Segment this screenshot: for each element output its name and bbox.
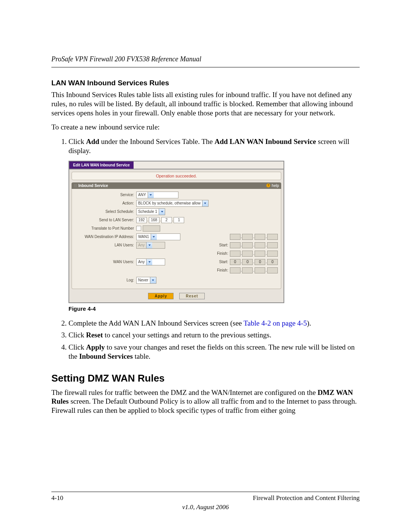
translate-port-input[interactable] [143, 225, 160, 232]
page-footer: 4-10 Firewall Protection and Content Fil… [51, 492, 360, 511]
grip-icon [74, 184, 77, 187]
form-panel: Service: ANY Action: BLOCK by schedule, … [72, 189, 281, 289]
label-schedule: Select Schedule: [75, 209, 136, 214]
figure-caption: Figure 4-4 [68, 305, 360, 312]
section-heading-lan-wan: LAN WAN Inbound Services Rules [51, 79, 360, 87]
chevron-down-icon [202, 200, 208, 206]
lan-start-ip-input: . . . [230, 242, 278, 248]
label-lan-users: LAN Users: [75, 243, 136, 247]
label-finish: Finish: [213, 251, 230, 256]
schedule-select[interactable]: Schedule 1 [136, 208, 165, 215]
dmz-paragraph: The firewall rules for traffic between t… [51, 388, 360, 415]
chevron-down-icon [146, 242, 152, 248]
label-action: Action: [75, 201, 136, 205]
apply-button[interactable]: Apply [148, 293, 174, 299]
lead-in-paragraph: To create a new inbound service rule: [51, 123, 360, 132]
label-service: Service: [75, 193, 136, 197]
wan-dest-ip-input[interactable]: . . . [230, 234, 278, 240]
label-log: Log: [75, 278, 136, 282]
chapter-title: Firewall Protection and Content Filterin… [253, 494, 360, 502]
log-select[interactable]: Never [136, 277, 156, 284]
step-3: Click Reset to cancel your settings and … [68, 331, 360, 340]
wan-users-select[interactable]: Any [136, 259, 165, 265]
chevron-down-icon [159, 209, 165, 215]
wan-finish-ip-input[interactable]: . . . [230, 267, 278, 273]
button-row: Apply Reset [69, 292, 284, 302]
lan-ip-input[interactable]: 192. 168. 2. 1 [136, 217, 184, 223]
label-start: Start: [213, 243, 230, 247]
help-icon: ? [266, 184, 270, 187]
intro-paragraph: This Inbound Services Rules table lists … [51, 90, 360, 117]
label-finish: Finish: [213, 268, 230, 272]
label-translate: Translate to Port Number [75, 226, 136, 230]
label-wan-dest: WAN Destination IP Address: [75, 235, 136, 239]
action-select[interactable]: BLOCK by schedule, otherwise allow [136, 200, 209, 207]
tab-strip: Edit LAN WAN Inbound Service [69, 161, 284, 169]
page-number: 4-10 [51, 494, 63, 502]
panel-header: Inbound Service ? help [72, 182, 281, 189]
step-1: Click Add under the Inbound Services Tab… [68, 137, 360, 155]
inbound-service-screenshot: Edit LAN WAN Inbound Service Operation s… [68, 161, 284, 303]
reset-button[interactable]: Reset [179, 293, 204, 299]
label-wan-users: WAN Users: [75, 260, 136, 264]
wan-dest-select[interactable]: WAN1 [136, 233, 180, 240]
chevron-down-icon [148, 192, 154, 198]
service-select[interactable]: ANY [136, 192, 178, 198]
label-send-lan: Send to LAN Server: [75, 218, 136, 222]
step-4: Click Apply to save your changes and res… [68, 343, 360, 361]
xref-link[interactable]: Table 4-2 on page 4-5 [244, 319, 307, 327]
step-2: Complete the Add WAN LAN Inbound Service… [68, 319, 360, 328]
wan-start-ip-input[interactable]: 0. 0. 0. 0 [230, 259, 278, 265]
chevron-down-icon [146, 259, 152, 265]
running-header: ProSafe VPN Firewall 200 FVX538 Referenc… [51, 55, 360, 67]
version-line: v1.0, August 2006 [51, 503, 360, 511]
lan-finish-ip-input: . . . [230, 251, 278, 257]
label-start: Start: [213, 260, 230, 264]
help-link[interactable]: ? help [266, 184, 279, 188]
translate-checkbox[interactable] [136, 226, 141, 231]
lan-users-select: Any [136, 242, 165, 249]
chevron-down-icon [151, 234, 157, 240]
status-message: Operation succeeded. [72, 172, 281, 180]
chevron-down-icon [150, 277, 156, 283]
tab-edit-inbound[interactable]: Edit LAN WAN Inbound Service [69, 161, 134, 169]
section-heading-dmz: Setting DMZ WAN Rules [51, 372, 360, 384]
